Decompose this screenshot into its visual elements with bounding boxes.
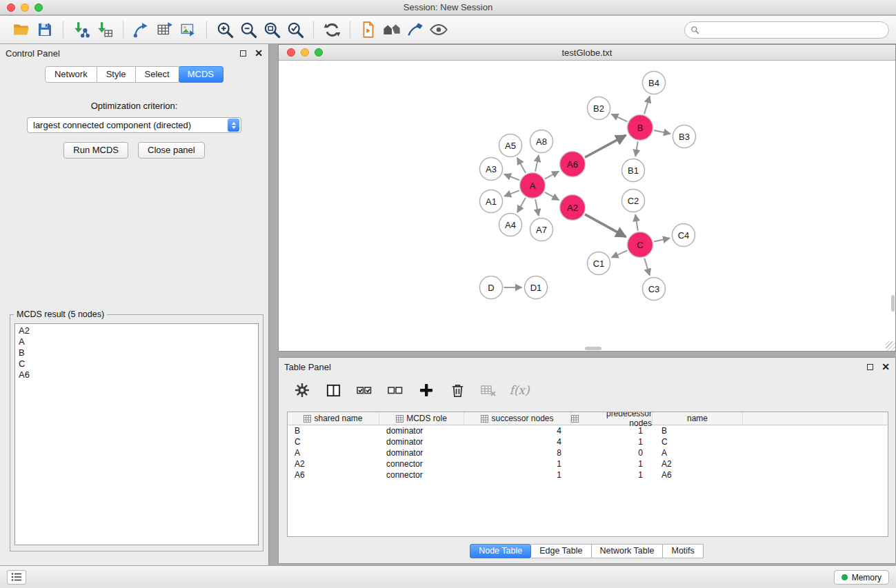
network-node[interactable]: A1 (480, 190, 503, 213)
network-node[interactable]: C (628, 232, 653, 258)
table-row[interactable]: C dominator 4 1 C (288, 436, 888, 447)
network-edge[interactable] (545, 192, 559, 200)
tab-node-table[interactable]: Node Table (470, 544, 531, 558)
cell-predecessor-nodes[interactable]: 0 (571, 448, 653, 458)
network-node[interactable]: A5 (499, 134, 522, 157)
new-network-button[interactable] (130, 19, 153, 41)
cell-successor-nodes[interactable]: 1 (464, 459, 571, 469)
zoom-selected-button[interactable] (283, 19, 307, 41)
network-edge[interactable] (517, 198, 526, 212)
close-panel-button[interactable]: Close panel (138, 142, 205, 159)
close-table-panel-icon[interactable]: ✕ (882, 363, 890, 371)
open-recent-file-button[interactable] (357, 19, 380, 41)
network-edge[interactable] (635, 141, 637, 156)
zoom-out-button[interactable] (237, 19, 260, 41)
cell-predecessor-nodes[interactable]: 1 (571, 459, 653, 469)
network-node[interactable]: A3 (480, 158, 503, 181)
show-details-button[interactable] (427, 19, 450, 41)
new-table-button[interactable] (153, 19, 177, 41)
network-node[interactable]: A2 (560, 195, 586, 221)
mcds-result-list[interactable]: A2 A B C A6 (14, 323, 259, 545)
criterion-select[interactable]: largest connected component (directed) (27, 117, 241, 133)
result-item[interactable]: A6 (15, 369, 258, 381)
cell-shared-name[interactable]: A2 (288, 459, 379, 469)
network-edge[interactable] (644, 258, 650, 276)
network-node[interactable]: C1 (588, 252, 610, 275)
network-node[interactable]: A (520, 173, 546, 199)
table-row[interactable]: A6 connector 1 1 A6 (288, 469, 888, 480)
deselect-all-button[interactable] (384, 379, 406, 401)
network-edge[interactable] (612, 250, 628, 257)
network-edge[interactable] (654, 238, 670, 241)
refresh-layout-button[interactable] (320, 19, 344, 41)
cell-shared-name[interactable]: B (288, 426, 379, 436)
close-panel-icon[interactable]: ✕ (255, 49, 263, 57)
cell-mcds-role[interactable]: connector (379, 470, 464, 480)
network-edge[interactable] (612, 114, 628, 122)
network-edge[interactable] (517, 158, 526, 173)
cell-predecessor-nodes[interactable]: 1 (571, 437, 653, 447)
network-edge[interactable] (635, 214, 638, 230)
cell-successor-nodes[interactable]: 8 (464, 448, 571, 458)
cell-mcds-role[interactable]: dominator (379, 426, 464, 436)
tab-mcds[interactable]: MCDS (179, 66, 223, 83)
tab-network-table[interactable]: Network Table (592, 544, 664, 558)
network-edge[interactable] (545, 172, 559, 179)
save-session-button[interactable] (33, 19, 57, 41)
network-edge[interactable] (535, 155, 539, 172)
column-header-name[interactable]: name (653, 412, 743, 425)
zoom-in-button[interactable] (213, 19, 237, 41)
cell-shared-name[interactable]: A6 (288, 470, 379, 480)
float-panel-icon[interactable] (240, 50, 246, 57)
import-network-file-button[interactable] (70, 19, 93, 41)
network-node[interactable]: C3 (643, 278, 666, 301)
cell-successor-nodes[interactable]: 4 (464, 426, 571, 436)
network-node[interactable]: B3 (673, 125, 696, 148)
cell-name[interactable]: A6 (653, 470, 743, 480)
network-node[interactable]: A8 (530, 130, 553, 153)
delete-columns-button[interactable] (446, 379, 468, 401)
network-node[interactable]: B1 (622, 159, 645, 182)
cell-name[interactable]: C (653, 437, 743, 447)
cell-mcds-role[interactable]: dominator (379, 448, 464, 458)
cell-predecessor-nodes[interactable]: 1 (571, 426, 653, 436)
table-row[interactable]: A dominator 8 0 A (288, 447, 888, 458)
zoom-app-button[interactable] (34, 3, 43, 12)
tab-style[interactable]: Style (97, 66, 136, 83)
resize-grip[interactable] (886, 341, 895, 351)
minimize-app-button[interactable] (21, 3, 29, 12)
memory-button[interactable]: Memory (834, 570, 889, 585)
cell-successor-nodes[interactable]: 1 (464, 470, 571, 480)
column-header-shared-name[interactable]: shared name (288, 412, 379, 425)
zoom-fit-button[interactable] (260, 19, 283, 41)
tab-motifs[interactable]: Motifs (663, 544, 703, 558)
cell-name[interactable]: B (653, 426, 743, 436)
network-horizontal-scrollbar[interactable] (585, 347, 601, 350)
cell-mcds-role[interactable]: connector (379, 459, 464, 469)
network-node[interactable]: B4 (643, 72, 666, 94)
open-session-button[interactable] (10, 19, 33, 41)
network-edge[interactable] (654, 130, 670, 134)
search-input[interactable] (703, 25, 883, 35)
network-node[interactable]: A7 (530, 219, 553, 241)
create-column-button[interactable] (415, 379, 437, 401)
cell-mcds-role[interactable]: dominator (379, 437, 464, 447)
float-table-panel-icon[interactable] (867, 364, 873, 370)
delete-table-button[interactable] (477, 379, 499, 401)
network-vertical-scrollbar[interactable] (891, 295, 895, 312)
result-item[interactable]: C (15, 358, 258, 369)
network-edge[interactable] (504, 174, 519, 181)
cell-predecessor-nodes[interactable]: 1 (571, 470, 653, 480)
zoom-network-window-button[interactable] (315, 48, 323, 57)
task-history-button[interactable] (7, 570, 26, 585)
column-header-successor-nodes[interactable]: successor nodes (464, 412, 571, 425)
close-app-button[interactable] (7, 3, 15, 12)
cell-successor-nodes[interactable]: 4 (464, 437, 571, 447)
result-item[interactable]: A2 (15, 325, 258, 336)
network-node[interactable]: D (480, 276, 503, 299)
table-mode-button[interactable] (291, 379, 313, 401)
tab-select[interactable]: Select (136, 66, 179, 83)
result-item[interactable]: A (15, 336, 258, 347)
show-columns-button[interactable] (322, 379, 344, 401)
network-overview-button[interactable] (380, 19, 404, 41)
